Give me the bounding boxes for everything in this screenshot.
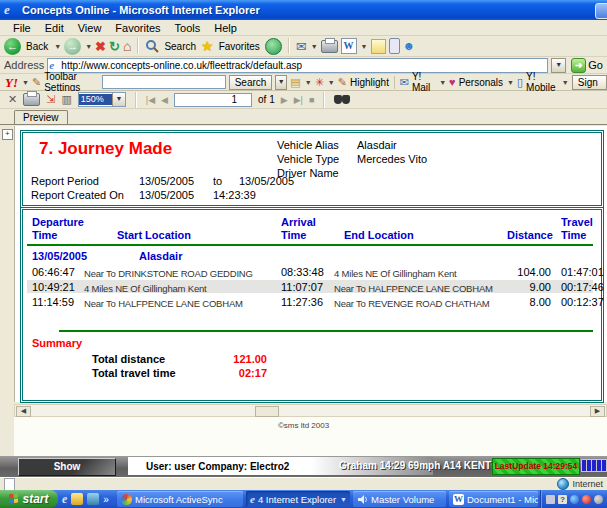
task-internet-explorer-group[interactable]: e 4 Internet Explorer ▼ [246, 491, 350, 507]
forward-button[interactable]: → [64, 38, 81, 55]
go-button[interactable]: ➜ Go [569, 58, 605, 73]
print-icon[interactable] [321, 40, 338, 53]
bookmarks-dropdown-icon[interactable]: ▼ [305, 79, 312, 86]
viewer-tab-row: Preview [0, 109, 607, 124]
menu-view[interactable]: View [71, 21, 109, 35]
col-distance: Distance [507, 229, 553, 241]
next-page-button[interactable]: ▶ [281, 95, 288, 105]
history-icon[interactable] [265, 38, 282, 55]
tab-preview[interactable]: Preview [14, 110, 68, 125]
tray-pen-icon[interactable] [546, 495, 555, 504]
menu-tools[interactable]: Tools [168, 21, 208, 35]
menu-edit[interactable]: Edit [38, 21, 71, 35]
edit-in-word-icon[interactable]: W [341, 38, 357, 54]
highlight-label[interactable]: Highlight [350, 77, 389, 88]
row1-arrival: 08:33:48 [281, 266, 324, 278]
scroll-left-icon[interactable]: ◀ [16, 406, 31, 417]
report-print-icon[interactable] [23, 93, 40, 106]
vehicle-alias-label: Vehicle Alias [277, 139, 339, 151]
quick-launch: e » [62, 491, 109, 507]
row1-start: Near To DRINKSTONE ROAD GEDDING [84, 268, 253, 279]
minimize-button[interactable] [595, 3, 607, 19]
page-favicon: e [49, 59, 61, 71]
yahoo-logo[interactable]: Y! [5, 76, 18, 89]
mail-icon[interactable]: ✉ [296, 40, 307, 53]
tray-misc-icon[interactable] [594, 495, 603, 504]
row1-travel: 01:47:01 [561, 266, 604, 278]
yahoo-logo-dropdown-icon[interactable]: ▼ [22, 79, 29, 86]
stop-loading-button[interactable]: ■ [309, 95, 314, 105]
desktop-screen: e Concepts Online - Microsoft Internet E… [0, 0, 607, 508]
quicklaunch-desktop-icon[interactable] [87, 493, 99, 505]
forward-dropdown-icon[interactable]: ▼ [85, 43, 92, 50]
yahoo-search-input[interactable] [102, 75, 226, 89]
group-tree-toggle-icon[interactable]: ▥ [61, 94, 71, 105]
favorites-label[interactable]: Favorites [219, 41, 260, 52]
page-number-input[interactable] [174, 93, 252, 107]
task-activesync[interactable]: Microsoft ActiveSync [117, 491, 243, 507]
refresh-button[interactable]: ↻ [109, 40, 120, 53]
task-ie-dropdown-icon[interactable]: ▼ [340, 496, 347, 503]
menu-favorites[interactable]: Favorites [108, 21, 167, 35]
page-of-label: of 1 [258, 94, 275, 105]
back-dropdown-icon[interactable]: ▼ [54, 43, 61, 50]
notes-icon[interactable] [371, 39, 386, 54]
total-distance-label: Total distance [92, 353, 165, 365]
quicklaunch-ie-icon[interactable]: e [62, 493, 67, 505]
ymail-label[interactable]: Y! Mail [412, 71, 435, 93]
ymobile-dropdown-icon[interactable]: ▼ [562, 79, 569, 86]
yahoo-search-button[interactable]: Search [229, 75, 273, 90]
menu-help[interactable]: Help [207, 21, 244, 35]
last-page-button[interactable]: ▶| [294, 95, 303, 105]
signin-button[interactable]: Sign in [572, 75, 607, 90]
row1-distance: 104.00 [491, 266, 551, 278]
task-word-document[interactable]: W Document1 - Microsof... [449, 491, 538, 507]
row2-departure: 10:49:21 [32, 281, 75, 293]
close-preview-icon[interactable]: ✕ [8, 94, 17, 105]
prev-page-button[interactable]: ◀ [161, 95, 168, 105]
row3-distance: 8.00 [491, 296, 551, 308]
scroll-right-icon[interactable]: ▶ [590, 406, 605, 417]
mail-dropdown-icon[interactable]: ▼ [311, 43, 318, 50]
horizontal-scrollbar[interactable]: ◀ ▶ [14, 404, 607, 417]
home-button[interactable]: ⌂ [123, 40, 131, 53]
task-master-volume[interactable]: Master Volume [353, 491, 446, 507]
search-text-binoculars-icon[interactable] [334, 95, 350, 105]
search-icon[interactable] [145, 39, 159, 53]
start-label: start [22, 490, 48, 508]
search-label[interactable]: Search [164, 41, 196, 52]
start-button[interactable]: start [0, 490, 58, 508]
scroll-thumb[interactable] [255, 406, 279, 417]
col-end-location: End Location [344, 229, 414, 241]
address-input[interactable] [61, 59, 546, 71]
favorites-star-icon[interactable]: ★ [201, 40, 214, 53]
back-label[interactable]: Back [26, 41, 48, 52]
toolbar-settings-label[interactable]: Toolbar Settings [44, 71, 99, 93]
tray-activesync-icon[interactable] [570, 495, 579, 504]
tray-help-icon[interactable]: ? [558, 495, 567, 504]
stop-button[interactable]: ✖ [95, 40, 106, 53]
tray-msn-icon[interactable] [582, 495, 591, 504]
games-icon[interactable]: ✳ [315, 77, 324, 88]
zoom-dropdown-icon[interactable]: ▼ [112, 93, 125, 106]
personals-dropdown-icon[interactable]: ▼ [507, 79, 514, 86]
ymail-dropdown-icon[interactable]: ▼ [439, 79, 446, 86]
export-icon[interactable]: ⇲ [46, 94, 55, 105]
col-travel-line1: Travel [561, 216, 593, 228]
show-button[interactable]: Show [18, 458, 116, 476]
quicklaunch-app-icon[interactable] [71, 493, 83, 505]
back-button[interactable]: ← [4, 38, 21, 55]
group-tree-expand-icon[interactable]: + [2, 129, 13, 140]
yahoo-search-dropdown-icon[interactable]: ▼ [275, 75, 287, 90]
games-dropdown-icon[interactable]: ▼ [328, 79, 335, 86]
bookmarks-icon[interactable]: ▤ [290, 77, 300, 88]
zoom-select[interactable]: 150% ▼ [78, 92, 126, 107]
ymobile-label[interactable]: Y! Mobile [526, 71, 558, 93]
menu-file[interactable]: File [6, 21, 38, 35]
mobile-icon[interactable] [389, 38, 400, 54]
edit-dropdown-icon[interactable]: ▼ [361, 43, 368, 50]
messenger-icon[interactable]: ☻ [403, 40, 416, 53]
quicklaunch-expand-icon[interactable]: » [103, 494, 109, 505]
personals-label[interactable]: Personals [459, 77, 503, 88]
first-page-button[interactable]: |◀ [146, 95, 155, 105]
